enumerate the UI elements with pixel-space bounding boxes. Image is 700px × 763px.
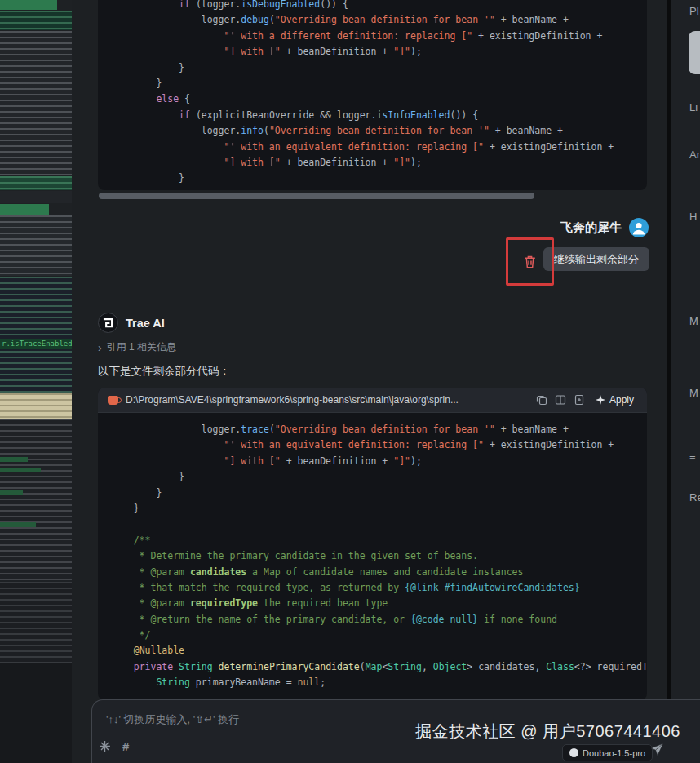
chat-input-panel: # Doubao-1.5-pro (91, 699, 700, 763)
minimap-segment (0, 0, 57, 10)
copy-icon[interactable] (536, 394, 547, 406)
user-message-bubble: 继续输出剩余部分 (543, 247, 649, 271)
minimap-segment (0, 31, 72, 175)
minimap-segment (0, 663, 72, 763)
trae-ai-logo-icon (98, 313, 118, 333)
user-avatar (629, 218, 649, 237)
editor-minimap: r.isTraceEnabled() (0, 0, 72, 763)
delete-message-icon[interactable] (521, 253, 538, 270)
assistant-message-text: 以下是文件剩余部分代码： (98, 364, 230, 379)
background-text-fragment: Re (689, 491, 700, 503)
model-logo-icon (569, 748, 578, 757)
minimap-segment (0, 457, 28, 462)
code-block-previous: if (logger.isDebugEnabled()) { logger.de… (98, 0, 647, 190)
background-text-fragment: ≡ (689, 450, 696, 463)
minimap-highlight-row: r.isTraceEnabled() (0, 339, 72, 349)
background-text-fragment: Pl (689, 5, 699, 17)
background-text-fragment: An (689, 149, 700, 161)
minimap-segment (0, 490, 23, 495)
model-name: Doubao-1.5-pro (583, 748, 645, 758)
background-text-fragment: M (689, 315, 698, 327)
send-icon[interactable] (650, 743, 664, 760)
input-toolbar: # (99, 739, 129, 753)
apply-button[interactable]: Apply (592, 393, 637, 407)
java-file-icon (108, 396, 118, 405)
person-icon (629, 218, 649, 237)
minimap-segment (0, 277, 72, 393)
minimap-segment (0, 11, 72, 30)
code-block-file: D:\Program\SAVE4\springframework6\spring… (98, 388, 647, 700)
code-horizontal-scrollbar[interactable] (99, 193, 534, 199)
minimap-segment (0, 468, 41, 472)
minimap-segment (0, 522, 36, 527)
minimap-segment (0, 393, 72, 419)
sparkle-icon (596, 395, 605, 405)
chevron-right-icon: › (98, 343, 102, 353)
reference-toggle[interactable]: › 引用 1 相关信息 (98, 340, 176, 354)
assistant-name: Trae AI (126, 317, 165, 330)
minimap-segment (0, 204, 49, 215)
background-text-fragment: M (689, 387, 698, 399)
assistant-header: Trae AI (98, 313, 165, 333)
annotation-highlight-box (506, 237, 554, 286)
file-path: D:\Program\SAVE4\springframework6\spring… (126, 394, 529, 406)
insert-file-icon[interactable] (574, 394, 585, 406)
diff-icon[interactable] (555, 394, 566, 406)
code-content: if (logger.isDebugEnabled()) { logger.de… (98, 0, 647, 187)
chat-input[interactable] (104, 710, 459, 728)
minimap-segment (0, 419, 72, 582)
background-text-fragment: H (689, 211, 697, 223)
code-content: logger.trace("Overriding bean definition… (98, 413, 647, 691)
background-window-edge: Pl Li An H M M ≡ Re (671, 0, 700, 763)
minimap-segment (0, 582, 72, 663)
minimap-segment (0, 191, 72, 203)
minimap-segment (0, 215, 72, 276)
code-block-header: D:\Program\SAVE4\springframework6\spring… (98, 388, 647, 413)
apply-label: Apply (609, 394, 634, 406)
minimap-segment (0, 176, 72, 190)
model-selector[interactable]: Doubao-1.5-pro (562, 744, 653, 761)
background-text-fragment: Li (689, 101, 698, 113)
minimap-code-fragment: r.isTraceEnabled() (2, 339, 72, 348)
context-hash-icon[interactable]: # (122, 739, 129, 753)
user-message-header: 飞奔的犀牛 (98, 218, 649, 237)
background-scrollbar-thumb[interactable] (689, 31, 700, 74)
user-name: 飞奔的犀牛 (560, 220, 622, 236)
skills-icon[interactable] (99, 740, 111, 752)
reference-label: 引用 1 相关信息 (107, 340, 176, 354)
